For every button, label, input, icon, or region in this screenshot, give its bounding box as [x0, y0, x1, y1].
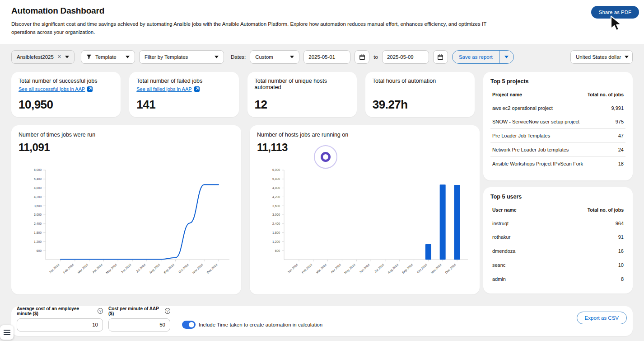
stat-label: Total number of successful jobs: [19, 78, 113, 84]
row-name: Ansible Workshops Project IPvSean Fork: [490, 156, 585, 170]
stat-label: Total number of unique hosts automated: [255, 78, 350, 90]
date-range-label: Custom: [255, 54, 273, 60]
top-projects-table: Project name Total no. of jobs aws ec2 o…: [490, 87, 625, 170]
top-projects-panel: Top 5 projects Project name Total no. of…: [483, 72, 633, 180]
chart-total: 11,113: [257, 141, 472, 154]
toggle-knob: [189, 322, 194, 327]
link-text: See all failed jobs in AAP: [136, 86, 191, 92]
top-users-table: User name Total no. of jobs instruqt964r…: [490, 203, 625, 286]
external-link-icon: [87, 86, 93, 92]
export-as-csv-button[interactable]: Export as CSV: [577, 312, 627, 324]
date-from-calendar-button[interactable]: [355, 50, 369, 64]
svg-text:2,400: 2,400: [272, 222, 280, 225]
table-row: Pre Loader Job Templates47: [490, 128, 625, 142]
share-as-pdf-button[interactable]: Share as PDF: [591, 6, 639, 19]
panel-title: Top 5 projects: [490, 78, 625, 85]
svg-text:Mar 2024: Mar 2024: [77, 263, 89, 274]
help-icon[interactable]: ?: [98, 308, 103, 314]
group-filter-label: Ansiblefest2025: [17, 54, 54, 60]
svg-text:5,400: 5,400: [34, 177, 42, 180]
attribute-select[interactable]: Template: [81, 50, 135, 64]
svg-text:Jun 2024: Jun 2024: [120, 263, 132, 274]
table-row: rothakur91: [490, 230, 625, 244]
svg-text:3,000: 3,000: [272, 213, 280, 216]
row-name: Pre Loader Job Templates: [490, 128, 585, 142]
chevron-down-icon: [215, 56, 219, 58]
svg-text:Aug 2024: Aug 2024: [149, 263, 161, 275]
charts-row: Number of times jobs were run 11,091 600…: [11, 125, 475, 294]
table-row: aws ec2 operational project9,991: [490, 101, 625, 115]
stat-card-failed-jobs: Total number of failed jobs See all fail…: [129, 72, 238, 117]
aap-cost-group: Cost per minute of AAP ($) ?: [108, 306, 170, 332]
row-name: instruqt: [490, 217, 546, 230]
automation-dashboard-page: Automation Dashboard Discover the signif…: [0, 0, 644, 341]
successful-jobs-link[interactable]: See all successful jobs in AAP: [19, 86, 93, 92]
calendar-icon: [359, 54, 365, 60]
date-to-calendar-button[interactable]: [433, 50, 448, 64]
row-name: aws ec2 operational project: [490, 101, 585, 115]
stat-label: Total number of failed jobs: [136, 78, 231, 84]
stat-value: 12: [255, 98, 350, 112]
stat-card-hours-automation: Total hours of automation 39.27h: [365, 72, 475, 117]
calendar-icon: [437, 54, 443, 60]
row-name: dmendoza: [490, 244, 546, 258]
attribute-select-label: Template: [95, 54, 117, 60]
date-from-input[interactable]: [303, 50, 350, 64]
row-count: 16: [546, 244, 625, 258]
table-row: instruqt964: [490, 217, 625, 230]
group-filter-chip[interactable]: Ansiblefest2025 ✕: [11, 50, 75, 64]
svg-text:6,000: 6,000: [34, 168, 42, 171]
svg-text:3,000: 3,000: [34, 213, 42, 216]
dates-label: Dates:: [231, 54, 246, 60]
chevron-down-icon: [290, 56, 294, 58]
failed-jobs-link[interactable]: See all failed jobs in AAP: [136, 86, 199, 92]
save-report-dropdown-toggle[interactable]: [499, 51, 513, 63]
clear-filter-icon[interactable]: ✕: [57, 54, 61, 60]
svg-text:6,000: 6,000: [272, 168, 280, 171]
table-header-row: User name Total no. of jobs: [490, 203, 625, 217]
stat-value: 39.27h: [373, 98, 467, 112]
column-header-jobs: Total no. of jobs: [546, 203, 625, 217]
svg-text:4,200: 4,200: [34, 195, 42, 199]
row-name: seanc: [490, 258, 546, 272]
svg-text:May 2024: May 2024: [105, 263, 118, 275]
stat-card-unique-hosts: Total number of unique hosts automated 1…: [247, 72, 357, 117]
svg-text:1,200: 1,200: [34, 240, 42, 243]
page-title: Automation Dashboard: [11, 6, 633, 16]
svg-text:Feb 2024: Feb 2024: [62, 263, 74, 274]
aap-cost-input[interactable]: [108, 318, 170, 332]
template-filter-select[interactable]: Filter by Templates: [139, 50, 224, 64]
currency-select-label: United States dollar: [576, 54, 621, 60]
svg-text:Apr 2024: Apr 2024: [330, 263, 342, 274]
row-name: rothakur: [490, 230, 546, 244]
widget-menu-button[interactable]: [0, 325, 14, 340]
to-label: to: [373, 54, 378, 60]
svg-text:Mar 2024: Mar 2024: [315, 263, 327, 274]
table-row: dmendoza16: [490, 244, 625, 258]
table-row: SNOW - ServiceNow user setup project975: [490, 115, 625, 129]
include-time-toggle[interactable]: [182, 321, 196, 329]
date-to-input[interactable]: [382, 50, 429, 64]
table-row: seanc10: [490, 258, 625, 272]
column-header-name: User name: [490, 203, 546, 217]
svg-text:3,600: 3,600: [34, 204, 42, 207]
currency-select[interactable]: United States dollar: [570, 50, 633, 64]
svg-text:Jan 2024: Jan 2024: [287, 263, 299, 274]
row-count: 18: [585, 156, 625, 170]
chart-total: 11,091: [19, 141, 234, 154]
svg-text:Sep 2024: Sep 2024: [163, 263, 175, 275]
row-count: 9,991: [585, 101, 625, 115]
help-icon[interactable]: ?: [165, 308, 170, 314]
chart-title: Number of times jobs were run: [19, 132, 234, 138]
svg-text:1,800: 1,800: [34, 231, 42, 234]
svg-text:Feb 2024: Feb 2024: [301, 263, 313, 274]
svg-text:Sep 2024: Sep 2024: [401, 263, 414, 275]
employee-cost-group: Average cost of an employee minute ($) ?: [17, 306, 103, 332]
svg-text:Jul 2024: Jul 2024: [135, 263, 146, 273]
calculation-bar: Average cost of an employee minute ($) ?…: [11, 306, 633, 336]
date-range-select[interactable]: Custom: [250, 50, 299, 64]
employee-cost-input[interactable]: [17, 318, 103, 332]
svg-text:May 2024: May 2024: [344, 263, 356, 275]
hamburger-icon: [4, 330, 10, 331]
save-as-report-button[interactable]: Save as report: [453, 51, 499, 63]
